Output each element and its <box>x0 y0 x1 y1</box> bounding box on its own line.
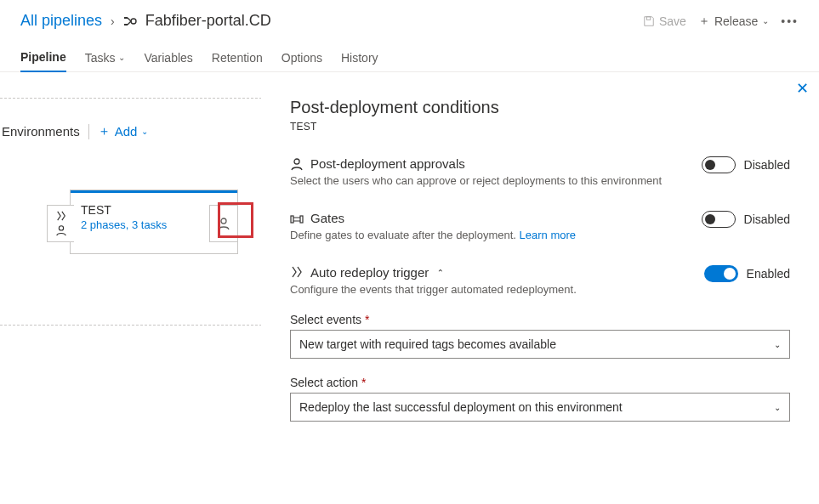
tab-pipeline[interactable]: Pipeline <box>20 43 66 72</box>
chevron-down-icon: ⌄ <box>774 403 781 412</box>
action-select[interactable]: Redeploy the last successful deployment … <box>290 393 790 422</box>
stage-card[interactable]: TEST 2 phases, 3 tasks <box>70 190 238 254</box>
divider <box>88 124 89 139</box>
svg-rect-3 <box>646 16 650 20</box>
add-label: Add <box>115 124 138 139</box>
release-label: Release <box>714 14 758 28</box>
tabs: Pipeline Tasks⌄ Variables Retention Opti… <box>0 37 819 72</box>
chevron-down-icon: ⌄ <box>762 16 769 25</box>
breadcrumb: All pipelines › Fabfiber-portal.CD <box>20 12 271 30</box>
release-button[interactable]: ＋ Release ⌄ <box>698 14 769 29</box>
pipeline-name: Fabfiber-portal.CD <box>145 12 271 30</box>
tab-pipeline-label: Pipeline <box>20 50 66 64</box>
side-panel: ✕ Post-deployment conditions TEST Post-d… <box>261 72 819 504</box>
gates-learn-more[interactable]: Learn more <box>520 229 576 241</box>
action-value: Redeploy the last successful deployment … <box>299 400 623 414</box>
required-icon: * <box>365 313 369 326</box>
chevron-down-icon: ⌄ <box>118 53 125 62</box>
gates-title: Gates <box>310 211 344 225</box>
chevron-up-icon: ⌄ <box>437 268 444 277</box>
svg-point-6 <box>294 159 299 164</box>
gates-state: Disabled <box>744 212 790 226</box>
person-icon <box>290 157 304 171</box>
save-label: Save <box>659 14 686 28</box>
approvals-toggle[interactable] <box>702 156 736 173</box>
panel-environment-name: TEST <box>290 121 790 133</box>
tab-history[interactable]: History <box>341 43 378 71</box>
breadcrumb-root[interactable]: All pipelines <box>20 12 102 30</box>
stage-title: TEST <box>81 203 227 217</box>
chevron-right-icon: › <box>111 14 115 28</box>
more-button[interactable]: ••• <box>781 14 799 28</box>
svg-rect-1 <box>124 24 128 25</box>
gates-desc-text: Define gates to evaluate after the deplo… <box>290 229 520 241</box>
chevron-down-icon: ⌄ <box>774 340 781 349</box>
svg-rect-0 <box>124 17 128 19</box>
person-icon <box>55 224 67 236</box>
tab-variables-label: Variables <box>144 51 192 65</box>
tab-retention[interactable]: Retention <box>212 43 263 71</box>
stage-detail-link[interactable]: 2 phases, 3 tasks <box>81 218 227 231</box>
action-label: Select action * <box>290 376 790 389</box>
svg-rect-7 <box>291 216 293 223</box>
gates-toggle[interactable] <box>702 211 736 228</box>
approvals-state: Disabled <box>744 158 790 172</box>
plus-icon: ＋ <box>698 14 710 29</box>
tab-options[interactable]: Options <box>282 43 322 71</box>
panel-title: Post-deployment conditions <box>290 98 790 117</box>
events-label-text: Select events <box>290 313 361 326</box>
approvals-desc: Select the users who can approve or reje… <box>290 174 790 187</box>
pipeline-icon <box>123 14 137 28</box>
tab-tasks[interactable]: Tasks⌄ <box>85 43 126 71</box>
tab-retention-label: Retention <box>212 51 263 65</box>
redeploy-title: Auto redeploy trigger <box>310 265 429 280</box>
events-value: New target with required tags becomes av… <box>299 337 556 351</box>
action-label-text: Select action <box>290 376 358 389</box>
tab-tasks-label: Tasks <box>85 51 116 65</box>
redeploy-toggle[interactable] <box>704 265 738 282</box>
redeploy-desc: Configure the events that trigger automa… <box>290 283 790 296</box>
save-button: Save <box>643 14 686 28</box>
svg-point-5 <box>221 218 226 224</box>
close-button[interactable]: ✕ <box>796 79 809 98</box>
chevron-down-icon: ⌄ <box>141 127 148 136</box>
add-environment-button[interactable]: ＋ Add ⌄ <box>98 123 149 139</box>
trigger-icon <box>55 211 67 221</box>
required-icon: * <box>361 376 366 389</box>
trigger-icon <box>290 266 304 280</box>
environments-label: Environments <box>2 124 80 139</box>
events-label: Select events * <box>290 313 790 326</box>
person-icon <box>217 217 230 230</box>
post-conditions-button[interactable] <box>209 205 238 242</box>
svg-point-4 <box>59 225 63 229</box>
events-select[interactable]: New target with required tags becomes av… <box>290 330 790 359</box>
tab-variables[interactable]: Variables <box>144 43 192 71</box>
redeploy-state: Enabled <box>747 267 790 280</box>
environments-header: Environments ＋ Add ⌄ <box>0 123 148 139</box>
svg-rect-8 <box>300 216 303 223</box>
pre-conditions-button[interactable] <box>47 205 74 242</box>
gates-desc: Define gates to evaluate after the deplo… <box>290 229 790 241</box>
plus-icon: ＋ <box>98 123 111 139</box>
approvals-title: Post-deployment approvals <box>310 156 465 171</box>
tab-options-label: Options <box>282 51 322 65</box>
gates-icon <box>290 212 304 225</box>
tab-history-label: History <box>341 51 378 65</box>
